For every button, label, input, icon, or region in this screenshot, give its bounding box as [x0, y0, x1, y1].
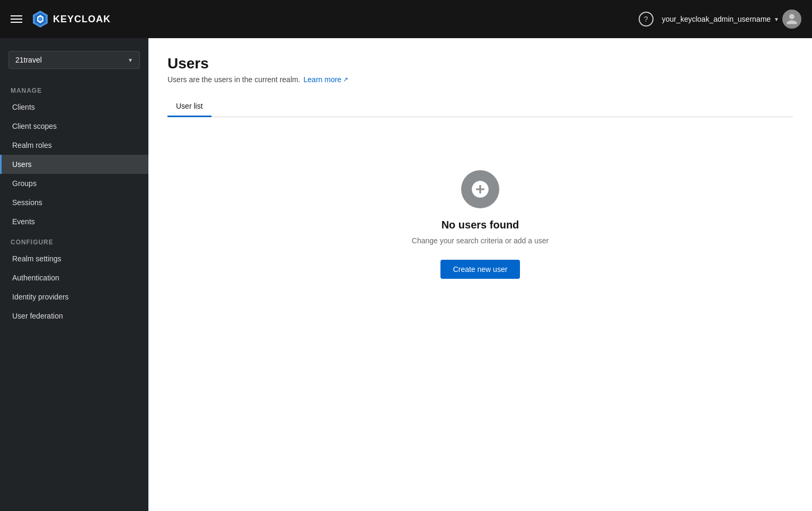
realm-selector[interactable]: 21travel ▼: [8, 51, 140, 69]
sidebar-item-events[interactable]: Events: [0, 212, 148, 231]
layout: 21travel ▼ Manage Clients Client scopes …: [0, 38, 812, 511]
sidebar-item-clients[interactable]: Clients: [0, 98, 148, 117]
avatar: [782, 10, 801, 29]
add-user-icon: [470, 179, 490, 199]
sidebar-item-user-federation[interactable]: User federation: [0, 306, 148, 325]
sidebar: 21travel ▼ Manage Clients Client scopes …: [0, 38, 148, 511]
sidebar-item-groups[interactable]: Groups: [0, 174, 148, 193]
empty-state-description: Change your search criteria or add a use…: [412, 236, 549, 245]
sidebar-item-identity-providers[interactable]: Identity providers: [0, 287, 148, 306]
empty-state: No users found Change your search criter…: [167, 138, 793, 300]
svg-point-3: [38, 17, 42, 21]
empty-state-title: No users found: [442, 219, 519, 231]
sidebar-section-configure: Configure Realm settings Authentication …: [0, 231, 148, 325]
sidebar-section-manage: Manage Clients Client scopes Realm roles…: [0, 80, 148, 231]
help-button[interactable]: ?: [639, 12, 654, 27]
sidebar-item-realm-roles[interactable]: Realm roles: [0, 136, 148, 155]
create-new-user-button[interactable]: Create new user: [440, 260, 520, 279]
brand-name: KEYCLOAK: [53, 14, 111, 25]
section-label-manage: Manage: [0, 84, 148, 98]
sidebar-item-sessions[interactable]: Sessions: [0, 193, 148, 212]
hamburger-menu[interactable]: [11, 15, 22, 23]
external-link-icon: ↗: [343, 76, 348, 83]
topbar-right: ? your_keycloak_admin_username ▼: [639, 10, 801, 29]
sidebar-item-authentication[interactable]: Authentication: [0, 268, 148, 287]
main-content: Users Users are the users in the current…: [148, 38, 812, 511]
keycloak-logo-icon: [31, 10, 50, 29]
user-menu[interactable]: your_keycloak_admin_username ▼: [662, 10, 801, 29]
sidebar-item-users[interactable]: Users: [0, 155, 148, 174]
username-label: your_keycloak_admin_username: [662, 15, 771, 23]
page-title: Users: [167, 55, 793, 72]
subtitle-text: Users are the users in the current realm…: [167, 75, 301, 84]
realm-name: 21travel: [15, 56, 42, 64]
sidebar-item-realm-settings[interactable]: Realm settings: [0, 249, 148, 268]
logo-link[interactable]: KEYCLOAK: [31, 10, 111, 29]
empty-state-icon: [461, 170, 499, 208]
tab-user-list[interactable]: User list: [167, 96, 211, 117]
sidebar-item-client-scopes[interactable]: Client scopes: [0, 117, 148, 136]
learn-more-link[interactable]: Learn more ↗: [304, 75, 349, 84]
section-label-configure: Configure: [0, 235, 148, 249]
realm-chevron-icon: ▼: [128, 57, 133, 63]
topbar: KEYCLOAK ? your_keycloak_admin_username …: [0, 0, 812, 38]
page-subtitle: Users are the users in the current realm…: [167, 75, 793, 84]
tabs: User list: [167, 96, 793, 117]
avatar-icon: [785, 13, 798, 25]
user-chevron-icon: ▼: [774, 16, 779, 22]
